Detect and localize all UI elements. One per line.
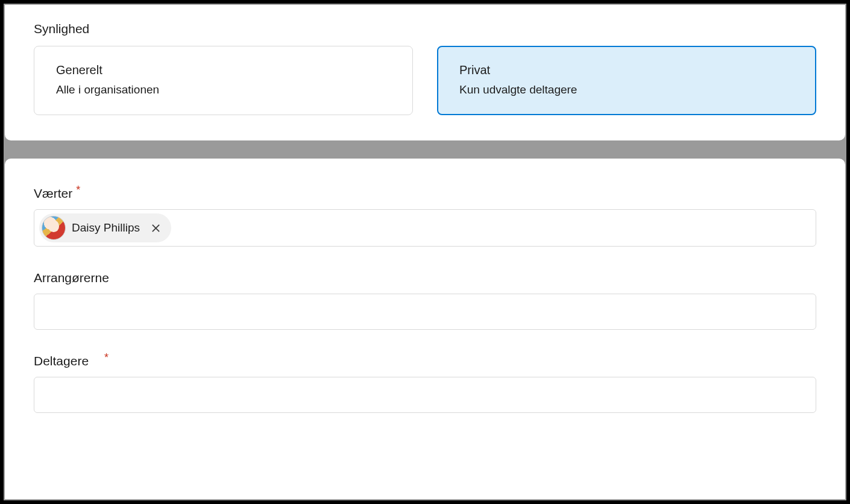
visibility-option-general-desc: Alle i organisationen [56, 83, 391, 96]
participants-label: Deltagere * [34, 354, 816, 368]
hosts-label-text: Værter [34, 186, 72, 201]
required-asterisk-icon: * [76, 184, 80, 197]
host-chip-name: Daisy Phillips [72, 221, 140, 235]
visibility-option-private-desc: Kun udvalgte deltagere [459, 83, 794, 96]
organizers-label: Arrangørerne [34, 271, 816, 285]
visibility-option-private[interactable]: Privat Kun udvalgte deltagere [437, 46, 816, 115]
visibility-section: Synlighed Generelt Alle i organisationen… [5, 5, 845, 140]
visibility-options: Generelt Alle i organisationen Privat Ku… [34, 46, 816, 115]
participants-label-text: Deltagere [34, 354, 89, 368]
participants-input[interactable] [34, 377, 816, 413]
visibility-heading: Synlighed [34, 22, 816, 36]
organizers-input[interactable] [34, 294, 816, 330]
visibility-option-general[interactable]: Generelt Alle i organisationen [34, 46, 413, 115]
organizers-label-text: Arrangørerne [34, 271, 109, 285]
hosts-label: Værter * [34, 186, 816, 201]
visibility-option-private-title: Privat [459, 63, 794, 77]
hosts-field-group: Værter * Daisy Phillips [34, 186, 816, 247]
host-chip: Daisy Phillips [39, 213, 171, 242]
visibility-option-general-title: Generelt [56, 63, 391, 77]
hosts-input[interactable]: Daisy Phillips [34, 209, 816, 247]
avatar [42, 216, 66, 240]
required-asterisk-icon: * [104, 351, 109, 364]
close-icon[interactable] [150, 221, 163, 235]
people-section: Værter * Daisy Phillips [5, 159, 845, 499]
organizers-field-group: Arrangørerne [34, 271, 816, 330]
participants-field-group: Deltagere * [34, 354, 816, 413]
